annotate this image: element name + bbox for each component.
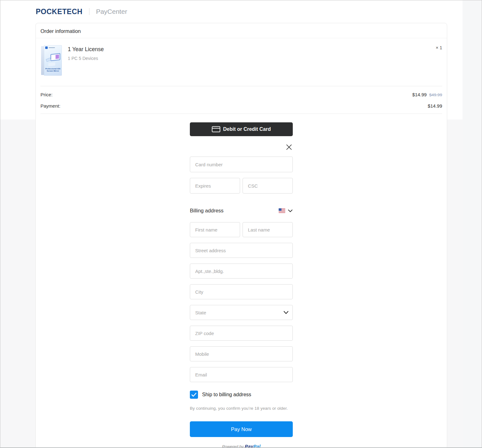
screen-illustration xyxy=(56,55,59,59)
city-input[interactable] xyxy=(190,284,293,299)
product-box-front: Professional iOS Screen Mirror xyxy=(44,45,62,76)
monitor-illustration xyxy=(51,53,60,61)
product-box-logo xyxy=(45,46,48,49)
powered-by-text: Powered by xyxy=(222,444,244,448)
price-label: Price: xyxy=(40,92,52,98)
street-field-wrap xyxy=(190,243,293,258)
email-input[interactable] xyxy=(190,367,293,382)
product-row: Professional iOS Screen Mirror 1 Year Li… xyxy=(36,38,447,86)
desk-illustration xyxy=(48,62,55,66)
name-row xyxy=(190,222,293,243)
payment-value: $14.99 xyxy=(428,103,442,109)
price-row: Price: $14.99$49.99 xyxy=(40,92,442,98)
product-title: 1 Year License xyxy=(68,46,436,52)
street-address-input[interactable] xyxy=(190,243,293,258)
card-expiry-row xyxy=(190,178,293,199)
us-flag-icon xyxy=(279,208,285,213)
product-quantity: × 1 xyxy=(436,45,442,50)
price-current: $14.99 xyxy=(412,92,427,97)
last-name-input[interactable] xyxy=(243,222,293,237)
paypal-logo-pay: Pay xyxy=(245,444,253,448)
apt-field-wrap xyxy=(190,264,293,279)
csc-input[interactable] xyxy=(243,178,293,194)
expires-input[interactable] xyxy=(190,178,240,194)
site-header: POCKETECH PayCenter xyxy=(36,7,127,17)
product-box-spine xyxy=(41,46,44,75)
page: POCKETECH PayCenter Order information xyxy=(0,0,482,448)
apt-input[interactable] xyxy=(190,264,293,279)
debit-credit-card-button[interactable]: Debit or Credit Card xyxy=(190,122,293,136)
powered-by-paypal: Powered by PayPal xyxy=(190,444,293,448)
city-field-wrap xyxy=(190,284,293,299)
ship-to-billing-label: Ship to billing address xyxy=(202,392,251,397)
product-box-image: Professional iOS Screen Mirror xyxy=(41,45,62,76)
mobile-input[interactable] xyxy=(190,346,293,361)
header-divider xyxy=(89,8,89,15)
price-original: $49.99 xyxy=(429,93,442,97)
expires-field-wrap xyxy=(190,178,240,194)
payment-row: Payment: $14.99 xyxy=(40,103,442,109)
product-spec: 1 PC 5 Devices xyxy=(68,56,436,61)
zip-field-wrap xyxy=(190,326,293,341)
last-name-field-wrap xyxy=(243,222,293,237)
order-summary: Price: $14.99$49.99 Payment: $14.99 xyxy=(40,86,442,114)
billing-address-label: Billing address xyxy=(190,208,223,214)
order-card-header: Order information xyxy=(36,23,447,38)
mobile-field-wrap xyxy=(190,346,293,361)
brand-logo: POCKETECH xyxy=(36,8,83,16)
credit-card-icon xyxy=(212,126,220,132)
product-box-caption-line1: Professional iOS xyxy=(44,68,62,70)
pay-now-button[interactable]: Pay Now xyxy=(190,421,293,437)
product-box-caption-line2: Screen Mirror xyxy=(44,70,62,72)
payment-widget: Debit or Credit Card Billing address xyxy=(190,122,293,448)
card-number-field-wrap xyxy=(190,157,293,172)
state-select[interactable] xyxy=(190,305,293,320)
ship-to-billing-checkbox[interactable] xyxy=(190,391,198,399)
order-card: Order information Professional iOS Scree… xyxy=(35,23,447,448)
state-field-wrap xyxy=(190,305,293,320)
ship-to-billing-row[interactable]: Ship to billing address xyxy=(190,391,293,399)
phone-illustration xyxy=(46,58,51,62)
payment-label: Payment: xyxy=(40,103,60,109)
product-name: PayCenter xyxy=(96,8,127,15)
order-title: Order information xyxy=(40,28,81,34)
scrollbar-gutter[interactable] xyxy=(463,0,482,447)
chevron-down-icon xyxy=(288,209,293,212)
product-info: 1 Year License 1 PC 5 Devices xyxy=(68,45,436,61)
close-icon[interactable] xyxy=(285,143,293,151)
first-name-field-wrap xyxy=(190,222,240,237)
first-name-input[interactable] xyxy=(190,222,240,237)
billing-address-row: Billing address xyxy=(190,208,293,214)
debit-credit-card-label: Debit or Credit Card xyxy=(223,126,271,132)
email-field-wrap xyxy=(190,367,293,382)
card-number-input[interactable] xyxy=(190,157,293,172)
paypal-logo: PayPal xyxy=(245,444,260,448)
product-box-logo-text xyxy=(49,47,55,48)
country-selector[interactable] xyxy=(279,208,293,213)
product-box-caption: Professional iOS Screen Mirror xyxy=(44,68,62,72)
price-values: $14.99$49.99 xyxy=(412,92,442,98)
close-row xyxy=(190,143,293,151)
csc-field-wrap xyxy=(243,178,293,194)
paypal-logo-pal: Pal xyxy=(253,444,260,448)
age-disclaimer: By continuing, you confirm you’re 18 yea… xyxy=(190,406,293,411)
zip-code-input[interactable] xyxy=(190,326,293,341)
